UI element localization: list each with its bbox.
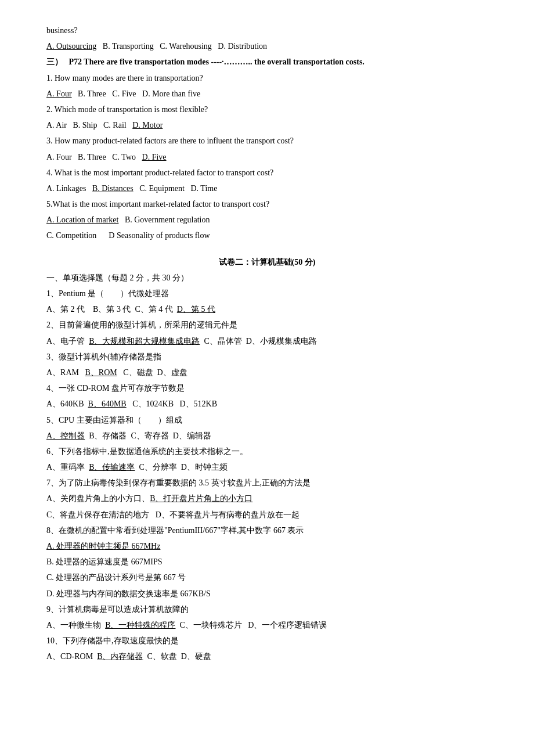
answer-d-five: D. Five <box>142 153 167 161</box>
answer-b-rom: B、ROM <box>85 368 117 377</box>
answer-b-open-hole: B、打开盘片片角上的小方口 <box>150 494 252 503</box>
cq4-text: 4、一张 CD-ROM 盘片可存放字节数是 <box>46 381 488 395</box>
q4-options: A. Linkages B. Distances C. Equipment D.… <box>46 181 488 196</box>
answer-b-program: B、一种特殊的程序 <box>105 621 175 629</box>
answer-a-location: A. Location of market <box>46 215 118 224</box>
answer-a-four: A. Four <box>46 89 72 98</box>
answer-b-ram: B、内存储器 <box>97 652 143 661</box>
cq7-text: 7、为了防止病毒传染到保存有重要数据的 3.5 英寸软盘片上,正确的方法是 <box>46 476 488 490</box>
cq8-option-c: C. 处理器的产品设计系列号是第 667 号 <box>46 570 488 585</box>
answer-a-controller: A、控制器 <box>46 431 85 440</box>
cq7-option-cd: C、将盘片保存在清洁的地方 D、不要将盘片与有病毒的盘片放在一起 <box>46 507 488 522</box>
answer-d-motor: D. Motor <box>132 121 163 129</box>
q5-text: 5.What is the most important market-rela… <box>46 197 488 211</box>
answer-b-transfer-rate: B、传输速率 <box>89 463 135 471</box>
answer-d-5th: D、第 5 代 <box>177 305 215 314</box>
answer-b-lsi: B、大规模和超大规模集成电路 <box>89 337 200 345</box>
cq6-options: A、重码率 B、传输速率 C、分辨率 D、时钟主频 <box>46 460 488 474</box>
line-business: business? <box>46 23 488 38</box>
cq5-options: A、控制器 B、存储器 C、寄存器 D、编辑器 <box>46 429 488 443</box>
cq9-options: A、一种微生物 B、一种特殊的程序 C、一块特殊芯片 D、一个程序逻辑错误 <box>46 618 488 632</box>
cq8-option-b: B. 处理器的运算速度是 667MIPS <box>46 555 488 569</box>
answer-a-clock: A. 处理器的时钟主频是 667MHz <box>46 542 160 550</box>
section-2-title: 试卷二：计算机基础(50 分) <box>46 255 488 269</box>
q3-options: A. Four B. Three C. Two D. Five <box>46 150 488 164</box>
cq10-text: 10、下列存储器中,存取速度最快的是 <box>46 633 488 648</box>
cq3-options: A、RAM B、ROM C、磁盘 D、虚盘 <box>46 365 488 380</box>
cq8-text: 8、在微机的配置中常看到处理器"PentiumIII/667"字样,其中数字 6… <box>46 523 488 538</box>
section-2-subtitle: 一、单项选择题（每题 2 分，共 30 分） <box>46 271 488 285</box>
cq4-options: A、640KB B、640MB C、1024KB D、512KB <box>46 397 488 411</box>
cq8-option-d: D. 处理器与内存间的数据交换速率是 667KB/S <box>46 586 488 601</box>
q3-text: 3. How many product-related factors are … <box>46 134 488 148</box>
cq3-text: 3、微型计算机外(辅)存储器是指 <box>46 350 488 364</box>
section-3-title: 三） P72 There are five transportation mod… <box>46 55 488 69</box>
q5-options-line2: C. Competition D Seasonality of products… <box>46 228 488 243</box>
cq9-text: 9、计算机病毒是可以造成计算机故障的 <box>46 602 488 617</box>
blank-line-1 <box>46 244 488 255</box>
cq1-text: 1、Pentium 是（ ）代微处理器 <box>46 286 488 301</box>
line-q1-options: A. Outsourcing B. Transporting C. Wareho… <box>46 39 488 53</box>
q1-text: 1. How many modes are there in transport… <box>46 71 488 85</box>
cq7-option-a: A、关闭盘片角上的小方口、B、打开盘片片角上的小方口 <box>46 491 488 506</box>
q1-options: A. Four B. Three C. Five D. More than fi… <box>46 87 488 101</box>
q4-text: 4. What is the most important product-re… <box>46 165 488 180</box>
cq10-options: A、CD-ROM B、内存储器 C、软盘 D、硬盘 <box>46 649 488 664</box>
cq5-text: 5、CPU 主要由运算器和（ ）组成 <box>46 413 488 427</box>
cq1-options: A、第 2 代 B、第 3 代 C、第 4 代 D、第 5 代 <box>46 302 488 316</box>
answer-b-640mb: B、640MB <box>88 399 127 408</box>
q2-text: 2. Which mode of transportation is most … <box>46 102 488 117</box>
cq6-text: 6、下列各指标中,是数据通信系统的主要技术指标之一。 <box>46 444 488 459</box>
answer-b-distances: B. Distances <box>92 184 134 193</box>
q2-options: A. Air B. Ship C. Rail D. Motor <box>46 118 488 132</box>
answer-a-outsourcing: A. Outsourcing <box>46 42 96 51</box>
cq2-text: 2、目前普遍使用的微型计算机，所采用的逻辑元件是 <box>46 318 488 332</box>
page-content: business? A. Outsourcing B. Transporting… <box>46 23 488 664</box>
cq8-option-a: A. 处理器的时钟主频是 667MHz <box>46 539 488 553</box>
q5-options-line1: A. Location of market B. Government regu… <box>46 213 488 227</box>
cq2-options: A、电子管 B、大规模和超大规模集成电路 C、晶体管 D、小规模集成电路 <box>46 334 488 348</box>
